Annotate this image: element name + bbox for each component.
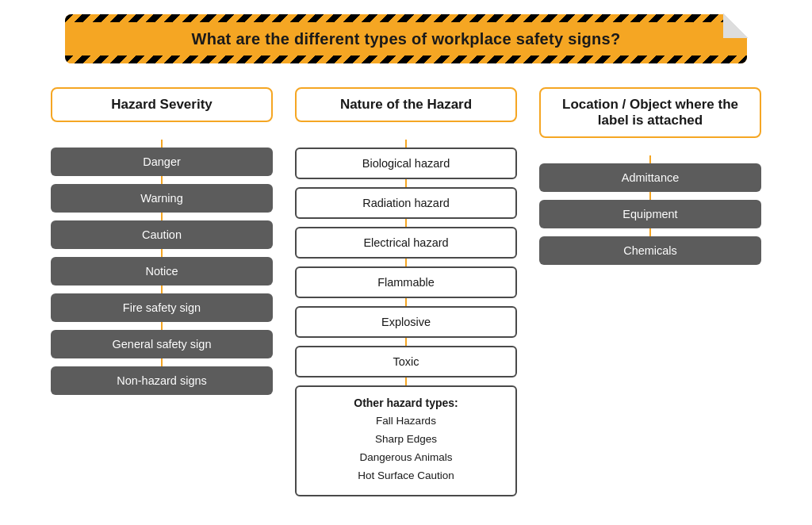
- connector-severity-1: [161, 176, 163, 184]
- list-item: Equipment: [539, 200, 761, 228]
- col-header-location-object: Location / Object where the label is att…: [539, 87, 761, 138]
- connector-nature-2: [405, 219, 407, 227]
- list-item: Biological hazard: [295, 148, 517, 179]
- col-header-nature-of-hazard: Nature of the Hazard: [295, 87, 517, 122]
- list-item: Electrical hazard: [295, 227, 517, 259]
- list-item: Chemicals: [539, 236, 761, 265]
- list-item: Caution: [51, 220, 273, 249]
- connector-severity-5: [161, 322, 163, 330]
- connector-nature-4: [405, 298, 407, 306]
- list-item: Admittance: [539, 163, 761, 192]
- col-header-hazard-severity: Hazard Severity: [51, 87, 273, 122]
- connector-nature-5: [405, 338, 407, 346]
- list-item: Hot Surface Caution: [304, 467, 508, 485]
- other-hazard-box: Other hazard types: Fall Hazards Sharp E…: [295, 385, 517, 496]
- column-nature-of-hazard: Nature of the Hazard Biological hazard R…: [295, 87, 517, 496]
- list-item: Fall Hazards: [304, 412, 508, 431]
- items-list-severity: Danger Warning Caution Notice Fire safet…: [51, 140, 273, 395]
- connector-nature-0: [405, 140, 407, 148]
- header-banner: What are the different types of workplac…: [65, 14, 747, 63]
- connector-location-2: [649, 228, 651, 236]
- connector-nature-1: [405, 179, 407, 187]
- items-list-nature: Biological hazard Radiation hazard Elect…: [295, 140, 517, 496]
- other-hazard-title: Other hazard types:: [304, 397, 508, 409]
- connector-location-1: [649, 192, 651, 200]
- connector-location-0: [649, 155, 651, 163]
- items-list-location: Admittance Equipment Chemicals: [539, 155, 761, 265]
- list-item: Danger: [51, 148, 273, 176]
- list-item: Non-hazard signs: [51, 366, 273, 395]
- connector-severity-0: [161, 140, 163, 148]
- column-location-object: Location / Object where the label is att…: [539, 87, 761, 496]
- connector-severity-6: [161, 358, 163, 366]
- other-hazard-list: Fall Hazards Sharp Edges Dangerous Anima…: [304, 412, 508, 485]
- list-item: Notice: [51, 257, 273, 285]
- list-item: Flammable: [295, 266, 517, 298]
- list-item: General safety sign: [51, 330, 273, 358]
- list-item: Sharp Edges: [304, 431, 508, 449]
- list-item: Toxic: [295, 346, 517, 377]
- list-item: Fire safety sign: [51, 293, 273, 322]
- page-curl: [723, 13, 749, 38]
- connector-severity-2: [161, 213, 163, 220]
- list-item: Dangerous Animals: [304, 449, 508, 467]
- main-content: Hazard Severity Danger Warning Caution N…: [10, 87, 802, 496]
- connector-nature-3: [405, 259, 407, 266]
- column-hazard-severity: Hazard Severity Danger Warning Caution N…: [51, 87, 273, 496]
- header-title: What are the different types of workplac…: [97, 29, 715, 49]
- list-item: Radiation hazard: [295, 187, 517, 219]
- connector-severity-4: [161, 285, 163, 293]
- connector-severity-3: [161, 249, 163, 257]
- list-item: Explosive: [295, 306, 517, 338]
- connector-nature-6: [405, 377, 407, 385]
- list-item: Warning: [51, 184, 273, 213]
